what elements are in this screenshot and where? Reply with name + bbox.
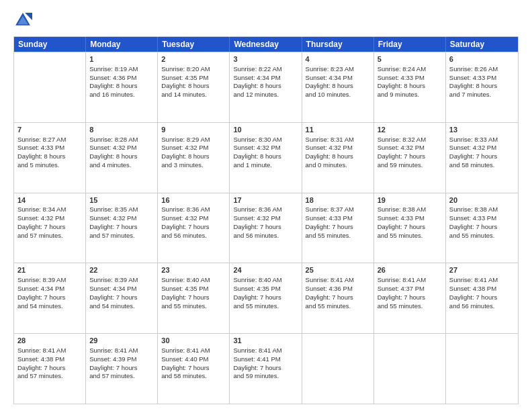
day-info: and 57 minutes. xyxy=(89,232,154,240)
day-info: Sunrise: 8:37 AM xyxy=(306,205,370,214)
day-info: Daylight: 8 hours xyxy=(17,152,82,161)
calendar-header-cell: Friday xyxy=(374,37,446,52)
day-number: 11 xyxy=(306,125,370,135)
day-info: and 59 minutes. xyxy=(233,372,298,381)
day-info: and 55 minutes. xyxy=(306,232,370,240)
day-info: Sunrise: 8:22 AM xyxy=(233,65,298,74)
calendar-header-cell: Thursday xyxy=(302,37,374,52)
day-info: Sunrise: 8:41 AM xyxy=(306,276,370,285)
day-info: Sunrise: 8:40 AM xyxy=(233,276,298,285)
calendar-cell: 31Sunrise: 8:41 AMSunset: 4:41 PMDayligh… xyxy=(230,334,302,404)
day-info: and 55 minutes. xyxy=(306,302,370,311)
day-info: Sunrise: 8:26 AM xyxy=(449,65,515,74)
day-number: 24 xyxy=(233,265,298,275)
day-number: 5 xyxy=(378,54,442,64)
day-info: Sunset: 4:37 PM xyxy=(378,285,442,293)
day-info: Sunset: 4:32 PM xyxy=(17,214,82,223)
day-info: Sunset: 4:32 PM xyxy=(161,144,226,152)
day-info: and 54 minutes. xyxy=(17,302,82,311)
day-info: Sunrise: 8:31 AM xyxy=(306,136,370,144)
day-info: Sunrise: 8:41 AM xyxy=(161,347,226,355)
calendar-cell: 2Sunrise: 8:20 AMSunset: 4:35 PMDaylight… xyxy=(158,52,230,122)
day-info: Daylight: 8 hours xyxy=(161,152,226,161)
day-info: and 57 minutes. xyxy=(89,372,154,381)
day-info: and 14 minutes. xyxy=(161,91,226,99)
calendar-cell: 6Sunrise: 8:26 AMSunset: 4:33 PMDaylight… xyxy=(446,52,518,122)
calendar-cell: 17Sunrise: 8:36 AMSunset: 4:32 PMDayligh… xyxy=(230,193,302,263)
day-info: Daylight: 8 hours xyxy=(89,82,154,91)
day-number: 29 xyxy=(89,336,154,346)
day-info: Sunrise: 8:34 AM xyxy=(17,205,82,214)
day-info: and 3 minutes. xyxy=(161,161,226,170)
day-info: Sunrise: 8:38 AM xyxy=(449,205,515,214)
calendar-cell: 19Sunrise: 8:38 AMSunset: 4:33 PMDayligh… xyxy=(374,193,446,263)
calendar-cell: 24Sunrise: 8:40 AMSunset: 4:35 PMDayligh… xyxy=(230,263,302,333)
day-number: 23 xyxy=(161,265,226,275)
day-info: Sunrise: 8:41 AM xyxy=(233,347,298,355)
calendar-header-cell: Monday xyxy=(86,37,158,52)
day-info: and 54 minutes. xyxy=(89,302,154,311)
calendar-cell: 5Sunrise: 8:24 AMSunset: 4:33 PMDaylight… xyxy=(374,52,446,122)
day-info: and 55 minutes. xyxy=(449,232,515,240)
calendar: SundayMondayTuesdayWednesdayThursdayFrid… xyxy=(13,36,519,404)
day-info: Sunset: 4:41 PM xyxy=(233,355,298,364)
day-info: Sunrise: 8:36 AM xyxy=(161,205,226,214)
day-info: Sunset: 4:34 PM xyxy=(306,74,370,83)
day-info: Daylight: 7 hours xyxy=(449,152,515,161)
day-info: and 55 minutes. xyxy=(378,302,442,311)
day-info: Sunset: 4:38 PM xyxy=(449,285,515,293)
day-info: and 56 minutes. xyxy=(449,302,515,311)
day-info: Sunrise: 8:24 AM xyxy=(378,65,442,74)
day-info: and 16 minutes. xyxy=(89,91,154,99)
calendar-header-cell: Wednesday xyxy=(230,37,302,52)
calendar-cell: 21Sunrise: 8:39 AMSunset: 4:34 PMDayligh… xyxy=(14,263,86,333)
calendar-cell: 3Sunrise: 8:22 AMSunset: 4:34 PMDaylight… xyxy=(230,52,302,122)
day-info: Daylight: 7 hours xyxy=(161,223,226,232)
day-number: 31 xyxy=(233,336,298,346)
day-info: and 1 minute. xyxy=(233,161,298,170)
day-number: 15 xyxy=(89,195,154,205)
day-number: 12 xyxy=(378,125,442,135)
day-info: Daylight: 7 hours xyxy=(89,223,154,232)
day-info: Sunset: 4:32 PM xyxy=(378,144,442,152)
calendar-cell: 20Sunrise: 8:38 AMSunset: 4:33 PMDayligh… xyxy=(446,193,518,263)
day-info: Sunrise: 8:28 AM xyxy=(89,136,154,144)
calendar-row: 28Sunrise: 8:41 AMSunset: 4:38 PMDayligh… xyxy=(14,333,518,404)
day-info: Daylight: 7 hours xyxy=(233,364,298,373)
day-info: Daylight: 7 hours xyxy=(378,223,442,232)
day-number: 30 xyxy=(161,336,226,346)
day-info: Sunrise: 8:32 AM xyxy=(378,136,442,144)
day-number: 21 xyxy=(17,265,82,275)
day-number: 1 xyxy=(89,54,154,64)
day-info: Sunrise: 8:39 AM xyxy=(89,276,154,285)
calendar-row: 7Sunrise: 8:27 AMSunset: 4:33 PMDaylight… xyxy=(14,122,518,193)
day-info: Sunset: 4:34 PM xyxy=(233,74,298,83)
day-info: Sunrise: 8:39 AM xyxy=(17,276,82,285)
day-info: Sunset: 4:36 PM xyxy=(89,74,154,83)
day-number: 20 xyxy=(449,195,515,205)
day-number: 13 xyxy=(449,125,515,135)
day-info: Sunset: 4:32 PM xyxy=(89,144,154,152)
day-info: Sunset: 4:38 PM xyxy=(17,355,82,364)
day-info: Sunrise: 8:30 AM xyxy=(233,136,298,144)
calendar-cell: 27Sunrise: 8:41 AMSunset: 4:38 PMDayligh… xyxy=(446,263,518,333)
day-info: and 9 minutes. xyxy=(378,91,442,99)
day-info: Sunset: 4:40 PM xyxy=(161,355,226,364)
calendar-cell: 18Sunrise: 8:37 AMSunset: 4:33 PMDayligh… xyxy=(302,193,374,263)
day-info: Sunset: 4:35 PM xyxy=(161,285,226,293)
day-info: Sunrise: 8:20 AM xyxy=(161,65,226,74)
calendar-body: 1Sunrise: 8:19 AMSunset: 4:36 PMDaylight… xyxy=(14,52,518,404)
calendar-cell xyxy=(14,52,86,122)
day-info: and 0 minutes. xyxy=(306,161,370,170)
day-info: Daylight: 7 hours xyxy=(306,293,370,302)
calendar-cell xyxy=(446,334,518,404)
day-number: 27 xyxy=(449,265,515,275)
calendar-cell: 25Sunrise: 8:41 AMSunset: 4:36 PMDayligh… xyxy=(302,263,374,333)
calendar-cell xyxy=(302,334,374,404)
day-number: 14 xyxy=(17,195,82,205)
calendar-cell: 8Sunrise: 8:28 AMSunset: 4:32 PMDaylight… xyxy=(86,123,158,193)
day-info: Sunset: 4:34 PM xyxy=(17,285,82,293)
day-number: 25 xyxy=(306,265,370,275)
day-number: 9 xyxy=(161,125,226,135)
calendar-row: 21Sunrise: 8:39 AMSunset: 4:34 PMDayligh… xyxy=(14,263,518,333)
